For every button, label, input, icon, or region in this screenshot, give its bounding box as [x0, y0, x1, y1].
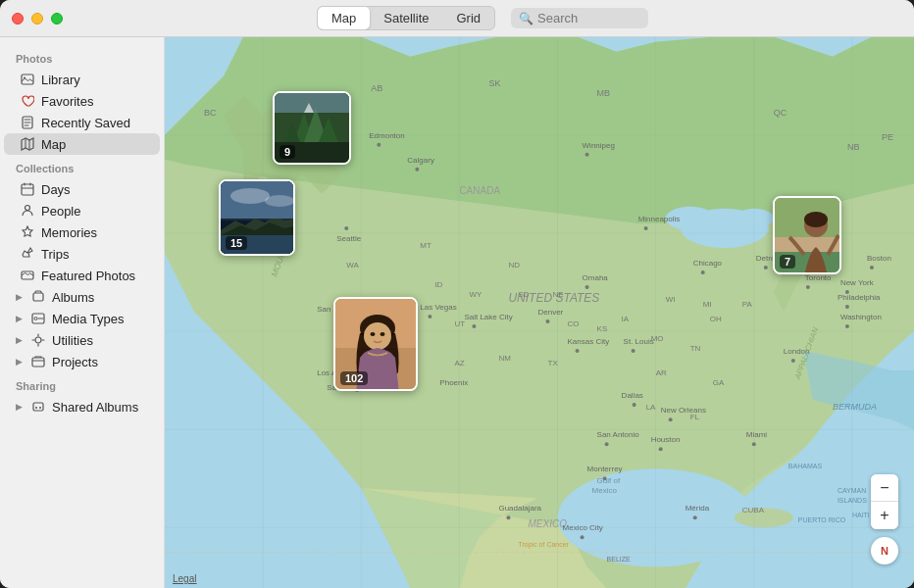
svg-text:Edmonton: Edmonton [369, 131, 404, 140]
svg-point-40 [585, 285, 589, 289]
sidebar-group-media-types[interactable]: ▶ Media Types [4, 308, 160, 329]
svg-point-4 [25, 206, 30, 211]
svg-point-9 [35, 337, 41, 343]
svg-text:Las Vegas: Las Vegas [420, 303, 456, 312]
svg-text:UT: UT [454, 319, 465, 328]
sidebar-item-library[interactable]: Library [4, 69, 160, 90]
svg-text:SK: SK [488, 78, 500, 88]
zoom-controls: − + [871, 474, 898, 529]
search-input[interactable] [537, 11, 640, 25]
view-tabs: Map Satellite Grid [317, 6, 495, 30]
sidebar-item-trips[interactable]: Trips [4, 243, 160, 265]
sidebar-item-favorites[interactable]: Favorites [4, 90, 160, 112]
svg-rect-3 [22, 184, 33, 195]
svg-text:AB: AB [371, 83, 382, 93]
svg-point-36 [472, 324, 476, 328]
tab-satellite[interactable]: Satellite [370, 7, 442, 29]
search-box[interactable]: 🔍 [511, 8, 648, 28]
svg-point-70 [870, 266, 874, 270]
svg-text:HAITI: HAITI [852, 512, 870, 518]
sidebar-item-days[interactable]: Days [4, 178, 160, 200]
cluster3-count: 7 [780, 255, 795, 269]
sidebar-group-albums[interactable]: ▶ Albums [4, 286, 160, 308]
projects-icon [30, 354, 46, 369]
minimize-button[interactable] [31, 13, 43, 24]
tab-grid[interactable]: Grid [442, 7, 494, 29]
albums-chevron-icon: ▶ [16, 292, 23, 302]
sidebar-item-featured-photos[interactable]: Featured Photos [4, 265, 160, 286]
svg-rect-5 [22, 271, 33, 279]
sidebar-item-people[interactable]: People [4, 200, 160, 221]
close-button[interactable] [12, 13, 24, 24]
svg-point-159 [230, 188, 270, 204]
recently-saved-icon [20, 115, 35, 130]
svg-text:WA: WA [346, 261, 359, 270]
people-icon [20, 203, 35, 219]
media-types-icon [30, 311, 46, 326]
svg-point-76 [377, 143, 381, 147]
sidebar-item-map[interactable]: Map [4, 133, 160, 155]
svg-text:NB: NB [847, 142, 860, 152]
photo-cluster-2[interactable]: 15 [219, 179, 295, 256]
svg-text:CUBA: CUBA [742, 506, 765, 514]
library-label: Library [41, 73, 80, 87]
svg-text:Calgary: Calgary [407, 156, 434, 165]
svg-text:MO: MO [651, 334, 664, 343]
shared-albums-label: Shared Albums [52, 400, 138, 415]
svg-text:Kansas City: Kansas City [568, 337, 610, 346]
svg-text:MB: MB [597, 88, 611, 98]
collections-section-label: Collections [0, 155, 164, 178]
photo-cluster-3[interactable]: 7 [773, 196, 841, 274]
svg-text:MI: MI [703, 300, 712, 309]
memories-label: Memories [41, 225, 97, 240]
shared-albums-icon [30, 399, 46, 415]
svg-point-82 [581, 535, 584, 539]
svg-text:BAHAMAS: BAHAMAS [788, 463, 823, 469]
svg-point-26 [344, 226, 348, 230]
svg-text:Houston: Houston [651, 435, 681, 444]
svg-text:Omaha: Omaha [583, 273, 609, 282]
svg-point-8 [34, 318, 37, 320]
svg-text:Boston: Boston [867, 254, 891, 263]
albums-label: Albums [52, 290, 94, 305]
traffic-lights [12, 13, 63, 24]
svg-text:OH: OH [710, 315, 722, 323]
svg-point-34 [428, 315, 432, 318]
featured-photos-icon [20, 268, 35, 283]
svg-text:Toronto: Toronto [805, 273, 832, 282]
projects-chevron-icon: ▶ [16, 357, 23, 367]
svg-text:TX: TX [548, 359, 559, 368]
svg-point-84 [506, 515, 510, 519]
legal-link[interactable]: Legal [173, 573, 196, 584]
zoom-in-button[interactable]: + [871, 502, 898, 529]
sidebar-group-projects[interactable]: ▶ Projects [4, 351, 160, 372]
svg-text:Winnipeg: Winnipeg [583, 141, 615, 150]
svg-point-44 [701, 270, 705, 274]
fullscreen-button[interactable] [51, 13, 63, 24]
svg-text:Washington: Washington [840, 313, 882, 321]
sidebar-item-memories[interactable]: Memories [4, 221, 160, 243]
svg-text:San Antonio: San Antonio [597, 430, 640, 439]
svg-text:FL: FL [690, 413, 700, 421]
sidebar-group-utilities[interactable]: ▶ Utilities [4, 329, 160, 351]
svg-point-58 [659, 447, 663, 451]
title-center: Map Satellite Grid 🔍 [63, 6, 902, 30]
tab-map[interactable]: Map [318, 7, 370, 29]
svg-text:Chicago: Chicago [693, 259, 723, 268]
svg-text:LA: LA [646, 403, 656, 412]
svg-point-52 [633, 403, 636, 407]
svg-text:Monterrey: Monterrey [587, 465, 623, 473]
svg-text:Seattle: Seattle [336, 234, 361, 243]
sidebar-group-shared-albums[interactable]: ▶ Shared Albums [4, 396, 160, 417]
svg-text:QC: QC [774, 108, 787, 118]
svg-point-60 [791, 359, 795, 363]
zoom-out-button[interactable]: − [871, 474, 898, 502]
compass-button[interactable]: N [871, 537, 898, 564]
svg-point-68 [845, 324, 849, 328]
photo-cluster-1[interactable]: 9 [273, 91, 351, 165]
map-area[interactable]: BERMUDA UNITED STATES CANADA MEXICO Gulf… [165, 37, 914, 588]
svg-text:PUERTO RICO: PUERTO RICO [798, 516, 846, 523]
photo-cluster-4[interactable]: 102 [333, 297, 418, 391]
sidebar-item-recently-saved[interactable]: Recently Saved [4, 112, 160, 133]
recently-saved-label: Recently Saved [41, 116, 130, 130]
